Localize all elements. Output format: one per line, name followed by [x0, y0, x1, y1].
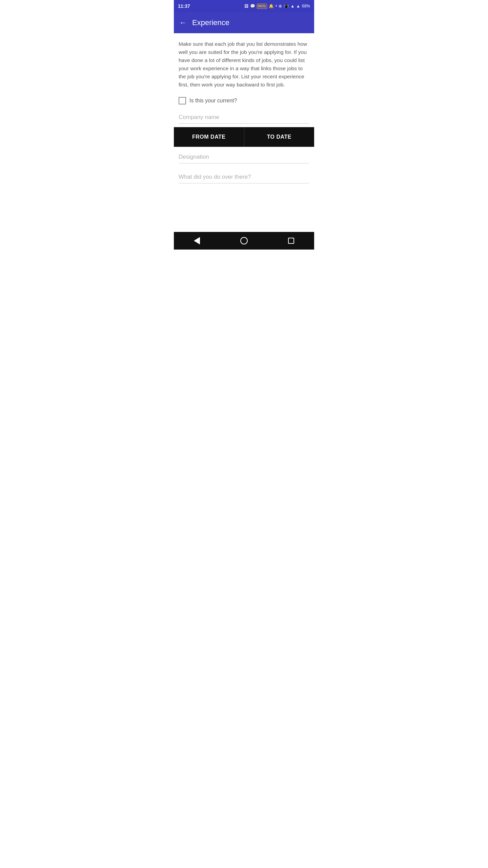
whatsapp-icon: 💬: [250, 4, 255, 8]
description-text: Make sure that each job that you list de…: [179, 40, 309, 89]
plus-circle-icon: ⊕: [279, 4, 282, 8]
company-name-wrapper: [179, 111, 309, 124]
content-area: Make sure that each job that you list de…: [174, 33, 314, 232]
job-description-input[interactable]: [179, 170, 309, 183]
photo-icon: 🖼: [244, 4, 248, 8]
current-job-row: Is this your current?: [179, 97, 309, 104]
nav-recents-button[interactable]: [288, 238, 294, 244]
wifi-icon: ▲: [290, 4, 294, 8]
nav-back-button[interactable]: [194, 237, 200, 244]
designation-input[interactable]: [179, 150, 309, 163]
nav-home-button[interactable]: [240, 237, 248, 244]
to-date-button[interactable]: TO DATE: [244, 127, 314, 147]
current-job-label: Is this your current?: [189, 98, 237, 104]
nav-back-icon: [194, 237, 200, 244]
current-job-checkbox[interactable]: [179, 97, 186, 104]
nav-home-icon: [240, 237, 248, 244]
vibrate-icon: 📳: [284, 4, 289, 8]
status-time: 11:37: [178, 3, 190, 9]
from-date-button[interactable]: FROM DATE: [174, 127, 244, 147]
nav-recents-icon: [288, 238, 294, 244]
status-bar: 11:37 🖼 💬 IMDb 🔔 • ⊕ 📳 ▲ ▲ 68%: [174, 0, 314, 12]
imdb-icon: IMDb: [257, 4, 267, 9]
battery-icon: 68%: [302, 4, 310, 8]
designation-wrapper: [179, 150, 309, 163]
signal-icon: ▲: [296, 4, 300, 8]
status-icons: 🖼 💬 IMDb 🔔 • ⊕ 📳 ▲ ▲ 68%: [244, 4, 310, 9]
date-buttons-row: FROM DATE TO DATE: [174, 127, 314, 147]
notification-icon: 🔔: [269, 4, 274, 8]
description-field-wrapper: [179, 170, 309, 183]
page-title: Experience: [192, 18, 229, 27]
app-bar: ← Experience: [174, 12, 314, 33]
company-name-input[interactable]: [179, 111, 309, 124]
back-button[interactable]: ←: [179, 19, 187, 26]
dot-icon: •: [276, 4, 277, 8]
bottom-nav: [174, 232, 314, 250]
